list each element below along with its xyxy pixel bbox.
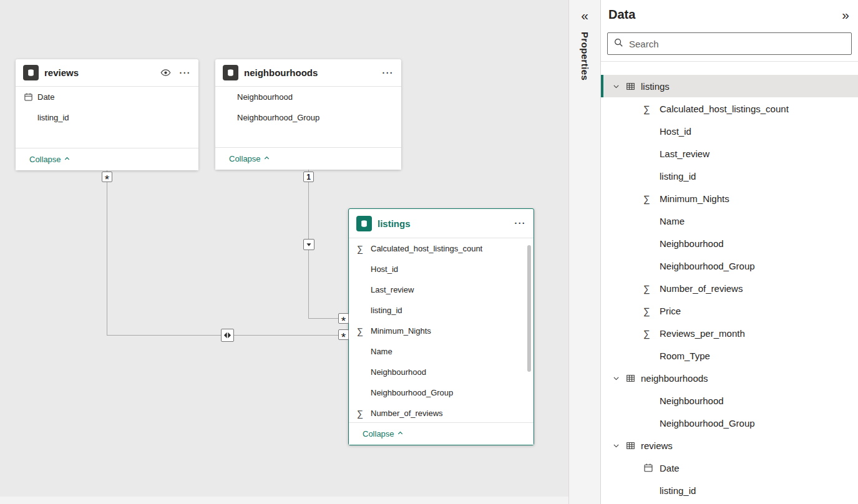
field-name: Neighbourhood: [371, 367, 426, 377]
more-options-icon[interactable]: ···: [383, 69, 394, 77]
field-name: listing_id: [37, 113, 69, 122]
tree-field[interactable]: Name: [601, 210, 858, 232]
data-pane: Data » listings ∑Calculated_host_listing…: [600, 0, 858, 504]
semantic-model-table-icon: [23, 65, 39, 80]
search-icon: [613, 37, 623, 50]
field-name: Minimum_Nights: [371, 326, 431, 336]
filter-direction-down-icon: [303, 239, 314, 250]
field-label: Host_id: [660, 126, 691, 137]
tree-field[interactable]: Neighbourhood_Group: [601, 412, 858, 434]
more-options-icon[interactable]: ···: [515, 219, 527, 228]
properties-pane-label[interactable]: Properties: [580, 32, 590, 80]
field-row[interactable]: Neighbourhood: [215, 87, 401, 107]
tree-field[interactable]: Neighbourhood_Group: [601, 254, 858, 277]
more-options-icon[interactable]: ···: [180, 69, 192, 77]
field-row[interactable]: Last_review: [349, 279, 534, 300]
field-label: listing_id: [660, 171, 696, 182]
cardinality-many-marker: *: [338, 329, 349, 340]
field-row[interactable]: Date: [16, 87, 198, 107]
search-input[interactable]: [629, 39, 846, 49]
tree-field[interactable]: ∑Minimum_Nights: [601, 187, 858, 210]
table-grid-icon: [626, 441, 635, 450]
field-row[interactable]: listing_id: [16, 107, 198, 128]
field-label: Neighbourhood_Group: [660, 418, 755, 429]
field-name: Calculated_host_listings_count: [371, 244, 482, 253]
tree-field[interactable]: ∑Number_of_reviews: [601, 277, 858, 299]
field-name: Last_review: [371, 285, 414, 294]
field-row[interactable]: ∑ Minimum_Nights: [349, 321, 534, 341]
eye-icon[interactable]: [160, 67, 171, 78]
field-name: Neighbourhood: [237, 92, 293, 102]
sigma-icon: ∑: [643, 283, 660, 294]
field-label: Price: [660, 306, 681, 316]
field-name: Number_of_reviews: [371, 409, 443, 418]
field-row[interactable]: Name: [349, 341, 534, 362]
collapse-button[interactable]: Collapse: [349, 422, 534, 445]
canvas-horizontal-scrollbar[interactable]: [0, 497, 568, 504]
tree-field[interactable]: Date: [601, 457, 858, 479]
field-label: Neighbourhood_Group: [660, 261, 755, 271]
model-canvas[interactable]: * 1 * * reviews ··· Date: [0, 0, 568, 504]
collapse-data-pane-icon[interactable]: »: [842, 8, 849, 21]
table-grid-icon: [626, 82, 635, 91]
calendar-icon: [24, 92, 37, 102]
table-card-header[interactable]: listings ···: [349, 209, 534, 238]
chevron-down-icon[interactable]: [612, 442, 620, 450]
tree-item-listings[interactable]: listings: [601, 75, 858, 97]
cardinality-one-marker: 1: [303, 172, 314, 182]
chevron-down-icon[interactable]: [612, 374, 620, 382]
sigma-icon: ∑: [357, 326, 371, 336]
tree-field[interactable]: listing_id: [601, 479, 858, 502]
calendar-icon: [643, 463, 660, 473]
field-name: listing_id: [371, 306, 402, 315]
table-title: neighbourhoods: [244, 67, 383, 78]
field-label: Neighbourhood: [660, 238, 724, 249]
field-name: Neighbourhood_Group: [371, 388, 453, 397]
field-label: Date: [660, 463, 680, 473]
field-row[interactable]: Neighbourhood_Group: [215, 107, 401, 128]
field-label: Minimum_Nights: [660, 193, 729, 204]
sigma-icon: ∑: [643, 104, 660, 114]
table-card-header[interactable]: neighbourhoods ···: [215, 59, 401, 87]
tree-field[interactable]: Room_Type: [601, 344, 858, 367]
field-label: listing_id: [660, 485, 696, 496]
semantic-model-table-icon: [356, 216, 372, 231]
field-list: listings ∑Calculated_host_listings_count…: [601, 62, 858, 502]
relationship-line-reviews-listings[interactable]: [107, 170, 107, 336]
tree-field[interactable]: Last_review: [601, 142, 858, 165]
table-card-neighbourhoods[interactable]: neighbourhoods ··· Neighbourhood Neighbo…: [215, 59, 401, 170]
tree-field[interactable]: Host_id: [601, 120, 858, 142]
field-row[interactable]: ∑ Calculated_host_listings_count: [349, 238, 534, 259]
tree-item-reviews[interactable]: reviews: [601, 434, 858, 457]
tree-field[interactable]: listing_id: [601, 165, 858, 187]
field-label: Last_review: [660, 148, 709, 159]
tree-field[interactable]: ∑Reviews_per_month: [601, 322, 858, 344]
table-card-listings[interactable]: listings ··· ∑ Calculated_host_listings_…: [348, 208, 534, 445]
field-label: Neighbourhood: [660, 395, 724, 406]
table-label: reviews: [641, 440, 673, 451]
collapse-button[interactable]: Collapse: [16, 148, 198, 170]
filter-direction-both-icon: [221, 329, 234, 342]
card-scrollbar[interactable]: [527, 245, 531, 372]
tree-field[interactable]: ∑Price: [601, 299, 858, 322]
tree-field[interactable]: Neighbourhood: [601, 232, 858, 254]
field-label: Reviews_per_month: [660, 328, 745, 339]
chevron-down-icon[interactable]: [612, 82, 620, 90]
search-box[interactable]: [607, 32, 852, 55]
cardinality-many-marker: *: [102, 172, 112, 182]
collapse-button[interactable]: Collapse: [215, 147, 401, 170]
properties-pane-collapsed[interactable]: « Properties: [568, 0, 600, 504]
field-label: Name: [660, 216, 685, 226]
field-row[interactable]: Neighbourhood: [349, 362, 534, 382]
field-row[interactable]: ∑ Number_of_reviews: [349, 403, 534, 424]
field-row[interactable]: Neighbourhood_Group: [349, 382, 534, 403]
expand-properties-icon[interactable]: «: [581, 9, 588, 22]
table-card-header[interactable]: reviews ···: [16, 59, 198, 87]
table-card-reviews[interactable]: reviews ··· Date listing_id Collapse: [16, 59, 198, 170]
field-row[interactable]: listing_id: [349, 300, 534, 321]
tree-field[interactable]: Neighbourhood: [601, 389, 858, 412]
tree-field[interactable]: ∑Calculated_host_listings_count: [601, 97, 858, 120]
tree-item-neighbourhoods[interactable]: neighbourhoods: [601, 367, 858, 389]
field-row[interactable]: Host_id: [349, 259, 534, 279]
table-label: neighbourhoods: [641, 373, 708, 384]
